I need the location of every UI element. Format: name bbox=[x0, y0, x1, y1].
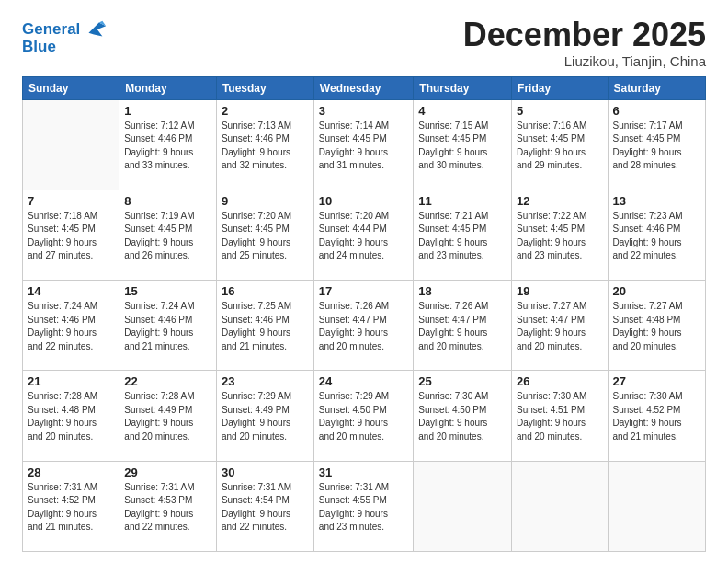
day-number: 7 bbox=[28, 194, 114, 208]
day-number: 18 bbox=[418, 284, 506, 298]
table-row: 22Sunrise: 7:28 AM Sunset: 4:49 PM Dayli… bbox=[119, 371, 217, 461]
col-wednesday: Wednesday bbox=[313, 76, 413, 99]
table-row bbox=[23, 99, 119, 190]
location-subtitle: Liuzikou, Tianjin, China bbox=[463, 53, 706, 69]
day-number: 4 bbox=[418, 104, 506, 118]
table-row bbox=[608, 461, 705, 551]
day-info: Sunrise: 7:26 AM Sunset: 4:47 PM Dayligh… bbox=[319, 300, 408, 353]
day-info: Sunrise: 7:25 AM Sunset: 4:46 PM Dayligh… bbox=[222, 300, 309, 353]
table-row: 28Sunrise: 7:31 AM Sunset: 4:52 PM Dayli… bbox=[23, 461, 119, 551]
day-info: Sunrise: 7:30 AM Sunset: 4:52 PM Dayligh… bbox=[613, 390, 700, 443]
day-number: 13 bbox=[613, 194, 700, 208]
day-info: Sunrise: 7:31 AM Sunset: 4:54 PM Dayligh… bbox=[222, 481, 309, 534]
logo: General Blue bbox=[22, 17, 108, 56]
day-number: 1 bbox=[124, 104, 211, 118]
table-row: 11Sunrise: 7:21 AM Sunset: 4:45 PM Dayli… bbox=[414, 190, 512, 280]
day-info: Sunrise: 7:12 AM Sunset: 4:46 PM Dayligh… bbox=[124, 120, 211, 173]
table-row: 17Sunrise: 7:26 AM Sunset: 4:47 PM Dayli… bbox=[313, 281, 413, 371]
day-number: 28 bbox=[28, 465, 114, 479]
day-number: 26 bbox=[517, 374, 602, 388]
day-number: 19 bbox=[517, 284, 602, 298]
day-info: Sunrise: 7:17 AM Sunset: 4:45 PM Dayligh… bbox=[613, 120, 700, 173]
day-number: 20 bbox=[613, 284, 700, 298]
day-info: Sunrise: 7:26 AM Sunset: 4:47 PM Dayligh… bbox=[418, 300, 506, 353]
day-info: Sunrise: 7:24 AM Sunset: 4:46 PM Dayligh… bbox=[124, 300, 211, 353]
calendar-week-row: 14Sunrise: 7:24 AM Sunset: 4:46 PM Dayli… bbox=[23, 281, 706, 371]
day-number: 23 bbox=[222, 374, 309, 388]
day-info: Sunrise: 7:31 AM Sunset: 4:55 PM Dayligh… bbox=[319, 481, 408, 534]
day-number: 10 bbox=[319, 194, 408, 208]
day-number: 30 bbox=[222, 465, 309, 479]
table-row: 1Sunrise: 7:12 AM Sunset: 4:46 PM Daylig… bbox=[119, 99, 217, 190]
table-row: 26Sunrise: 7:30 AM Sunset: 4:51 PM Dayli… bbox=[512, 371, 608, 461]
day-number: 5 bbox=[517, 104, 602, 118]
col-tuesday: Tuesday bbox=[216, 76, 313, 99]
day-info: Sunrise: 7:20 AM Sunset: 4:45 PM Dayligh… bbox=[222, 210, 309, 263]
day-info: Sunrise: 7:30 AM Sunset: 4:51 PM Dayligh… bbox=[517, 390, 602, 443]
table-row: 10Sunrise: 7:20 AM Sunset: 4:44 PM Dayli… bbox=[313, 190, 413, 280]
table-row: 30Sunrise: 7:31 AM Sunset: 4:54 PM Dayli… bbox=[216, 461, 313, 551]
table-row: 20Sunrise: 7:27 AM Sunset: 4:48 PM Dayli… bbox=[608, 281, 705, 371]
calendar-week-row: 21Sunrise: 7:28 AM Sunset: 4:48 PM Dayli… bbox=[23, 371, 706, 461]
day-number: 17 bbox=[319, 284, 408, 298]
header: General Blue December 2025 Liuzikou, Tia… bbox=[22, 17, 706, 69]
day-number: 27 bbox=[613, 374, 700, 388]
table-row: 6Sunrise: 7:17 AM Sunset: 4:45 PM Daylig… bbox=[608, 99, 705, 190]
table-row: 23Sunrise: 7:29 AM Sunset: 4:49 PM Dayli… bbox=[216, 371, 313, 461]
calendar-week-row: 1Sunrise: 7:12 AM Sunset: 4:46 PM Daylig… bbox=[23, 99, 706, 190]
page: General Blue December 2025 Liuzikou, Tia… bbox=[0, 0, 728, 563]
col-monday: Monday bbox=[119, 76, 217, 99]
col-sunday: Sunday bbox=[23, 76, 119, 99]
day-info: Sunrise: 7:23 AM Sunset: 4:46 PM Dayligh… bbox=[613, 210, 700, 263]
day-number: 8 bbox=[124, 194, 211, 208]
day-info: Sunrise: 7:27 AM Sunset: 4:47 PM Dayligh… bbox=[517, 300, 602, 353]
calendar-week-row: 28Sunrise: 7:31 AM Sunset: 4:52 PM Dayli… bbox=[23, 461, 706, 551]
calendar-body: 1Sunrise: 7:12 AM Sunset: 4:46 PM Daylig… bbox=[23, 99, 706, 551]
table-row: 9Sunrise: 7:20 AM Sunset: 4:45 PM Daylig… bbox=[216, 190, 313, 280]
table-row: 31Sunrise: 7:31 AM Sunset: 4:55 PM Dayli… bbox=[313, 461, 413, 551]
day-info: Sunrise: 7:28 AM Sunset: 4:49 PM Dayligh… bbox=[124, 390, 211, 443]
day-info: Sunrise: 7:29 AM Sunset: 4:49 PM Dayligh… bbox=[222, 390, 309, 443]
day-number: 11 bbox=[418, 194, 506, 208]
day-info: Sunrise: 7:27 AM Sunset: 4:48 PM Dayligh… bbox=[613, 300, 700, 353]
day-number: 9 bbox=[222, 194, 309, 208]
table-row: 16Sunrise: 7:25 AM Sunset: 4:46 PM Dayli… bbox=[216, 281, 313, 371]
table-row: 13Sunrise: 7:23 AM Sunset: 4:46 PM Dayli… bbox=[608, 190, 705, 280]
table-row: 3Sunrise: 7:14 AM Sunset: 4:45 PM Daylig… bbox=[313, 99, 413, 190]
day-number: 3 bbox=[319, 104, 408, 118]
day-number: 29 bbox=[124, 465, 211, 479]
day-number: 2 bbox=[222, 104, 309, 118]
day-info: Sunrise: 7:30 AM Sunset: 4:50 PM Dayligh… bbox=[418, 390, 506, 443]
table-row: 21Sunrise: 7:28 AM Sunset: 4:48 PM Dayli… bbox=[23, 371, 119, 461]
day-number: 14 bbox=[28, 284, 114, 298]
day-info: Sunrise: 7:31 AM Sunset: 4:52 PM Dayligh… bbox=[28, 481, 114, 534]
logo-bird-icon bbox=[82, 17, 108, 42]
day-number: 21 bbox=[28, 374, 114, 388]
title-block: December 2025 Liuzikou, Tianjin, China bbox=[463, 17, 706, 69]
day-number: 25 bbox=[418, 374, 506, 388]
table-row: 12Sunrise: 7:22 AM Sunset: 4:45 PM Dayli… bbox=[512, 190, 608, 280]
weekday-header-row: Sunday Monday Tuesday Wednesday Thursday… bbox=[23, 76, 706, 99]
day-info: Sunrise: 7:20 AM Sunset: 4:44 PM Dayligh… bbox=[319, 210, 408, 263]
table-row bbox=[512, 461, 608, 551]
day-info: Sunrise: 7:28 AM Sunset: 4:48 PM Dayligh… bbox=[28, 390, 114, 443]
day-info: Sunrise: 7:31 AM Sunset: 4:53 PM Dayligh… bbox=[124, 481, 211, 534]
table-row: 25Sunrise: 7:30 AM Sunset: 4:50 PM Dayli… bbox=[414, 371, 512, 461]
table-row: 5Sunrise: 7:16 AM Sunset: 4:45 PM Daylig… bbox=[512, 99, 608, 190]
day-info: Sunrise: 7:29 AM Sunset: 4:50 PM Dayligh… bbox=[319, 390, 408, 443]
table-row: 4Sunrise: 7:15 AM Sunset: 4:45 PM Daylig… bbox=[414, 99, 512, 190]
table-row: 27Sunrise: 7:30 AM Sunset: 4:52 PM Dayli… bbox=[608, 371, 705, 461]
table-row: 19Sunrise: 7:27 AM Sunset: 4:47 PM Dayli… bbox=[512, 281, 608, 371]
day-info: Sunrise: 7:16 AM Sunset: 4:45 PM Dayligh… bbox=[517, 120, 602, 173]
day-number: 15 bbox=[124, 284, 211, 298]
calendar-table: Sunday Monday Tuesday Wednesday Thursday… bbox=[22, 76, 706, 552]
day-number: 12 bbox=[517, 194, 602, 208]
day-number: 16 bbox=[222, 284, 309, 298]
day-info: Sunrise: 7:18 AM Sunset: 4:45 PM Dayligh… bbox=[28, 210, 114, 263]
col-thursday: Thursday bbox=[414, 76, 512, 99]
day-info: Sunrise: 7:21 AM Sunset: 4:45 PM Dayligh… bbox=[418, 210, 506, 263]
day-number: 24 bbox=[319, 374, 408, 388]
day-number: 6 bbox=[613, 104, 700, 118]
table-row: 24Sunrise: 7:29 AM Sunset: 4:50 PM Dayli… bbox=[313, 371, 413, 461]
calendar-week-row: 7Sunrise: 7:18 AM Sunset: 4:45 PM Daylig… bbox=[23, 190, 706, 280]
